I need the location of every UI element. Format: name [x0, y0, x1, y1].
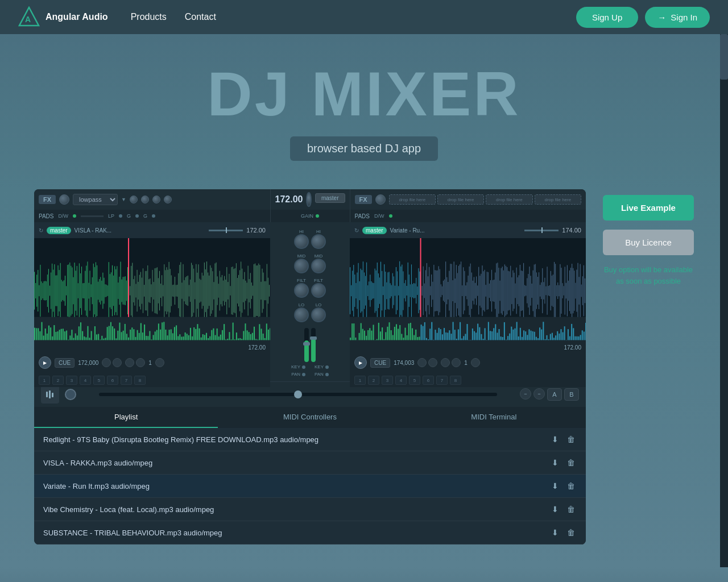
- left-knob-2[interactable]: [130, 196, 138, 203]
- left-knob-5[interactable]: [164, 196, 172, 203]
- signup-button[interactable]: Sign Up: [576, 7, 638, 28]
- center-bottom-knob[interactable]: [65, 389, 76, 400]
- left-g1-label: G: [127, 213, 131, 219]
- left-loop-btn[interactable]: [155, 358, 164, 367]
- a-button[interactable]: A: [547, 388, 562, 401]
- buy-licence-button[interactable]: Buy Licence: [603, 230, 694, 255]
- left-pitch-slider[interactable]: [209, 230, 243, 231]
- right-fader-handle[interactable]: [310, 336, 317, 340]
- crossfader-track[interactable]: [99, 393, 497, 396]
- left-pad-8[interactable]: 8: [134, 376, 146, 385]
- left-next-btn[interactable]: [125, 358, 134, 367]
- left-knob-3[interactable]: [141, 196, 149, 203]
- left-cue-button[interactable]: CUE: [55, 358, 75, 368]
- crossfader-handle[interactable]: [294, 390, 302, 398]
- left-hi-knob[interactable]: [294, 234, 309, 249]
- left-pad-5[interactable]: 5: [93, 376, 105, 385]
- left-filter-select[interactable]: lowpass highpass: [73, 194, 118, 205]
- playlist-tab[interactable]: Playlist: [34, 407, 218, 428]
- minus-btn-1[interactable]: −: [520, 388, 531, 400]
- right-pad-8[interactable]: 8: [450, 376, 461, 385]
- left-pad-1[interactable]: 1: [39, 376, 50, 385]
- midi-controllers-tab[interactable]: MIDI Controllers: [218, 407, 402, 428]
- right-next-btn[interactable]: [441, 358, 450, 367]
- left-pad-3[interactable]: 3: [66, 376, 77, 385]
- scrollbar-thumb[interactable]: [720, 34, 728, 80]
- right-loop-btn[interactable]: [471, 358, 480, 367]
- right-mid-knob[interactable]: [311, 259, 326, 273]
- right-pad-4[interactable]: 4: [395, 376, 407, 385]
- right-sync-icon[interactable]: ↻: [354, 227, 359, 234]
- right-filt-knob[interactable]: [311, 283, 326, 298]
- delete-btn-5[interactable]: 🗑: [565, 527, 577, 538]
- right-pad-1[interactable]: 1: [354, 376, 366, 385]
- center-gain-knob[interactable]: [306, 192, 312, 207]
- right-next2-btn[interactable]: [452, 358, 461, 367]
- right-pad-6[interactable]: 6: [423, 376, 434, 385]
- right-waveform: [350, 238, 586, 343]
- delete-btn-3[interactable]: 🗑: [565, 480, 577, 492]
- left-play-button[interactable]: ▶: [39, 356, 51, 369]
- left-pad-2[interactable]: 2: [52, 376, 64, 385]
- right-prev2-btn[interactable]: [428, 358, 437, 367]
- scrollbar[interactable]: [720, 0, 728, 582]
- left-mid-knob[interactable]: [294, 259, 309, 273]
- right-pad-2[interactable]: 2: [368, 376, 379, 385]
- master-button[interactable]: master: [315, 193, 345, 203]
- download-btn-1[interactable]: ⬇: [549, 434, 561, 445]
- delete-btn-2[interactable]: 🗑: [565, 457, 577, 468]
- drop-zone-1[interactable]: drop file here: [389, 194, 436, 205]
- right-lo-knob[interactable]: [311, 307, 326, 322]
- playlist-item-name-4: Vibe Chemistry - Loca (feat. Local).mp3 …: [43, 505, 545, 514]
- left-track-name: VISLA - RAK...: [75, 227, 206, 234]
- download-btn-2[interactable]: ⬇: [549, 457, 561, 468]
- nav-contact[interactable]: Contact: [185, 12, 216, 22]
- left-pad-4[interactable]: 4: [80, 376, 91, 385]
- right-play-button[interactable]: ▶: [354, 356, 367, 369]
- left-next2-btn[interactable]: [136, 358, 145, 367]
- b-button[interactable]: B: [564, 388, 579, 401]
- right-key-led: [325, 365, 329, 369]
- minus-btn-2[interactable]: −: [533, 388, 545, 400]
- delete-btn-4[interactable]: 🗑: [565, 504, 577, 515]
- left-pad-7[interactable]: 7: [121, 376, 132, 385]
- right-pad-5[interactable]: 5: [409, 376, 420, 385]
- left-pad-6[interactable]: 6: [107, 376, 118, 385]
- left-key-led: [302, 365, 305, 369]
- left-filt-knob[interactable]: [294, 283, 309, 298]
- midi-terminal-tab[interactable]: MIDI Terminal: [402, 407, 586, 428]
- left-prev2-btn[interactable]: [113, 358, 122, 367]
- delete-btn-1[interactable]: 🗑: [565, 434, 577, 445]
- right-pad-3[interactable]: 3: [382, 376, 393, 385]
- left-sync-icon[interactable]: ↻: [39, 227, 43, 234]
- right-hi-label: HI: [311, 229, 326, 234]
- drop-zone-3[interactable]: drop file here: [486, 194, 532, 205]
- center-mixer: HI HI MID MID: [270, 222, 350, 381]
- left-slider[interactable]: [81, 215, 104, 217]
- svg-rect-4: [52, 393, 53, 397]
- left-fader-track[interactable]: [304, 328, 309, 362]
- signin-button[interactable]: → Sign In: [645, 7, 710, 28]
- equalizer-icon[interactable]: [41, 385, 59, 404]
- right-hi-knob[interactable]: [311, 234, 326, 249]
- drop-zone-4[interactable]: drop file here: [535, 194, 581, 205]
- right-pad-7[interactable]: 7: [436, 376, 448, 385]
- right-cue-button[interactable]: CUE: [370, 358, 390, 368]
- left-prev-btn[interactable]: [102, 358, 111, 367]
- fader-area: [304, 328, 316, 362]
- right-knob-1[interactable]: [375, 194, 386, 205]
- download-btn-5[interactable]: ⬇: [549, 527, 561, 538]
- download-btn-3[interactable]: ⬇: [549, 480, 561, 492]
- left-knob-4[interactable]: [152, 196, 160, 203]
- right-prev-btn[interactable]: [417, 358, 427, 367]
- left-fader-handle[interactable]: [303, 342, 310, 346]
- features-section: FEATURES FX lowpass ▼ PADS D/W LP HP: [0, 567, 728, 582]
- left-lo-knob[interactable]: [294, 307, 309, 322]
- right-fader-track[interactable]: [311, 328, 316, 362]
- live-example-button[interactable]: Live Example: [603, 195, 694, 221]
- download-btn-4[interactable]: ⬇: [549, 504, 561, 515]
- left-knob-1[interactable]: [59, 194, 69, 205]
- right-pitch-slider[interactable]: [524, 230, 559, 231]
- drop-zone-2[interactable]: drop file here: [437, 194, 484, 205]
- nav-products[interactable]: Products: [131, 12, 167, 22]
